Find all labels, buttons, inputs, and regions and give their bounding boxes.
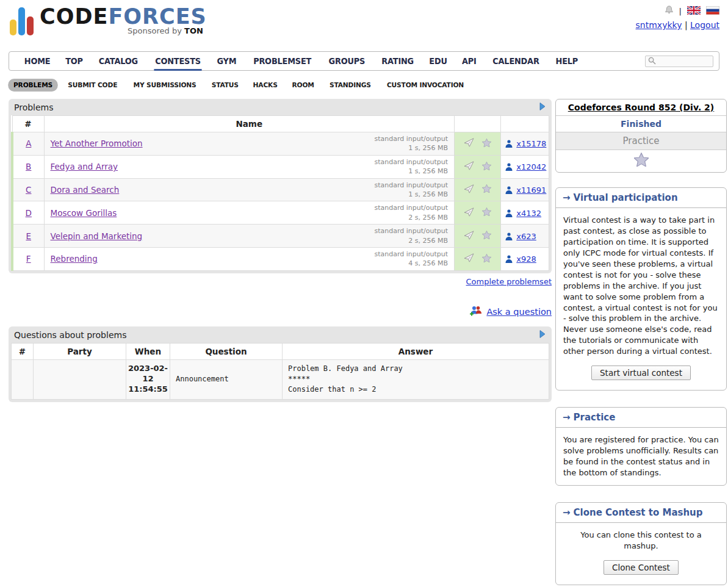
contest-info-box: Codeforces Round 852 (Div. 2) Finished P… <box>555 99 727 173</box>
star-icon[interactable] <box>482 231 491 241</box>
star-icon[interactable] <box>482 254 491 264</box>
sponsored-by-text: Sponsored by <box>128 26 182 35</box>
solved-count-link[interactable]: x12042 <box>516 162 546 171</box>
problem-letter-link[interactable]: D <box>26 208 32 218</box>
col-header-name: Name <box>44 116 455 132</box>
search-icon <box>648 57 656 67</box>
menu-item-problemset[interactable]: PROBLEMSET <box>247 52 317 70</box>
paperplane-icon[interactable] <box>464 138 474 149</box>
problem-name-link[interactable]: Fedya and Array <box>51 162 118 171</box>
problems-caption: Problems <box>14 103 54 112</box>
star-large-icon[interactable] <box>634 159 649 168</box>
tab-hacks[interactable]: HACKS <box>248 79 283 92</box>
menu-item-rating[interactable]: RATING <box>375 52 420 70</box>
menu-item-help[interactable]: HELP <box>549 52 584 70</box>
problem-row-c: C Dora and Search standard input/output1… <box>12 178 549 201</box>
contest-title-link[interactable]: Codeforces Round 852 (Div. 2) <box>568 103 714 112</box>
paperplane-icon[interactable] <box>464 253 474 264</box>
header-user-area: | sntmxykky | Logout <box>636 6 719 30</box>
star-icon[interactable] <box>482 207 491 218</box>
problem-name-link[interactable]: Dora and Search <box>51 185 120 195</box>
play-icon[interactable] <box>539 103 546 112</box>
tab-custom-invocation[interactable]: CUSTOM INVOCATION <box>381 79 469 92</box>
logo-text: CODEFORCES Sponsored by TON <box>40 5 207 35</box>
question-row: 2023-02-12 11:54:55 Announcement Problem… <box>12 359 549 399</box>
codeforces-logo[interactable]: CODEFORCES Sponsored by TON <box>10 5 207 35</box>
person-icon <box>505 231 514 241</box>
arrow-icon: → <box>563 192 571 203</box>
bell-icon[interactable] <box>665 5 674 16</box>
menu-item-gym[interactable]: GYM <box>211 52 243 70</box>
virtual-text: Virtual contest is a way to take part in… <box>563 215 719 357</box>
paperplane-icon[interactable] <box>464 207 474 218</box>
tab-problems[interactable]: PROBLEMS <box>8 79 58 92</box>
ask-question-link[interactable]: Ask a question <box>486 307 552 317</box>
clone-contest-button[interactable]: Clone Contest <box>604 560 679 575</box>
solved-count-link[interactable]: x11691 <box>516 185 546 195</box>
questions-table: # Party When Question Answer 2023-02-12 … <box>11 343 549 400</box>
menu-item-edu[interactable]: EDU <box>423 52 453 70</box>
problem-letter-link[interactable]: E <box>26 231 31 241</box>
menu-item-calendar[interactable]: CALENDAR <box>486 52 546 70</box>
complete-problemset-link[interactable]: Complete problemset <box>466 277 552 286</box>
search-input[interactable] <box>658 57 711 67</box>
menu-item-groups[interactable]: GROUPS <box>323 52 372 70</box>
tab-my-submissions[interactable]: MY SUBMISSIONS <box>128 79 201 92</box>
paperplane-icon[interactable] <box>464 231 474 242</box>
problem-io-limits: standard input/output4 s, 256 MB <box>374 250 448 268</box>
start-virtual-contest-button[interactable]: Start virtual contest <box>591 366 691 380</box>
solved-count-link[interactable]: x623 <box>516 232 536 241</box>
logo-bars-icon <box>10 5 34 35</box>
problem-letter-link[interactable]: F <box>26 254 31 264</box>
menu-item-top[interactable]: TOP <box>59 52 89 70</box>
search-box <box>645 56 713 67</box>
tab-submit-code[interactable]: SUBMIT CODE <box>63 79 123 92</box>
logout-link[interactable]: Logout <box>690 20 719 30</box>
q-party-cell <box>34 359 126 399</box>
virtual-participation-box: →Virtual participation Virtual contest i… <box>555 187 727 391</box>
problem-letter-link[interactable]: A <box>26 139 31 148</box>
problem-name-link[interactable]: Velepin and Marketing <box>51 231 143 241</box>
q-col-index: # <box>12 343 34 359</box>
contest-state: Finished <box>556 116 726 132</box>
q-when-cell: 2023-02-12 11:54:55 <box>126 359 170 399</box>
contest-registration: Practice <box>556 132 726 150</box>
questions-table-box: Questions about problems # Party When Qu… <box>9 326 552 402</box>
star-icon[interactable] <box>482 139 491 149</box>
clone-title: Clone Contest to Mashup <box>574 507 703 518</box>
person-icon <box>505 208 514 218</box>
play-icon[interactable] <box>539 330 546 340</box>
problem-row-f: F Rebrending standard input/output4 s, 2… <box>12 247 549 270</box>
problem-letter-link[interactable]: B <box>26 162 31 171</box>
problem-io-limits: standard input/output1 s, 256 MB <box>374 181 448 200</box>
tab-status[interactable]: STATUS <box>206 79 243 92</box>
tab-room[interactable]: ROOM <box>287 79 320 92</box>
clone-mashup-box: →Clone Contest to Mashup You can clone t… <box>555 502 727 585</box>
practice-title: Practice <box>574 412 616 423</box>
flag-ru-icon[interactable] <box>706 6 719 16</box>
menu-item-home[interactable]: HOME <box>18 52 57 70</box>
logo-code: CODE <box>40 4 108 29</box>
problem-name-link[interactable]: Rebrending <box>51 254 98 264</box>
star-icon[interactable] <box>482 184 491 195</box>
problem-name-link[interactable]: Yet Another Promotion <box>51 139 143 148</box>
flag-uk-icon[interactable] <box>687 6 701 16</box>
main-menu: HOME TOP CATALOG CONTESTS GYM PROBLEMSET… <box>9 51 719 71</box>
menu-item-api[interactable]: API <box>456 52 483 70</box>
menu-item-contests[interactable]: CONTESTS <box>149 52 207 70</box>
q-answer-cell: Problem B. Fedya and Array ***** Conside… <box>283 359 549 399</box>
paperplane-icon[interactable] <box>464 184 474 195</box>
problem-io-limits: standard input/output1 s, 256 MB <box>374 157 448 176</box>
problem-letter-link[interactable]: C <box>26 185 31 195</box>
col-header-index: # <box>12 116 44 132</box>
menu-item-catalog[interactable]: CATALOG <box>93 52 144 70</box>
tab-standings[interactable]: STANDINGS <box>324 79 376 92</box>
paperplane-icon[interactable] <box>464 161 474 172</box>
solved-count-link[interactable]: x928 <box>516 254 536 264</box>
q-index-cell <box>12 359 34 399</box>
problem-name-link[interactable]: Moscow Gorillas <box>51 208 117 218</box>
star-icon[interactable] <box>482 162 491 172</box>
user-handle-link[interactable]: sntmxykky <box>636 20 682 30</box>
solved-count-link[interactable]: x15178 <box>516 139 546 148</box>
solved-count-link[interactable]: x4132 <box>516 209 541 218</box>
